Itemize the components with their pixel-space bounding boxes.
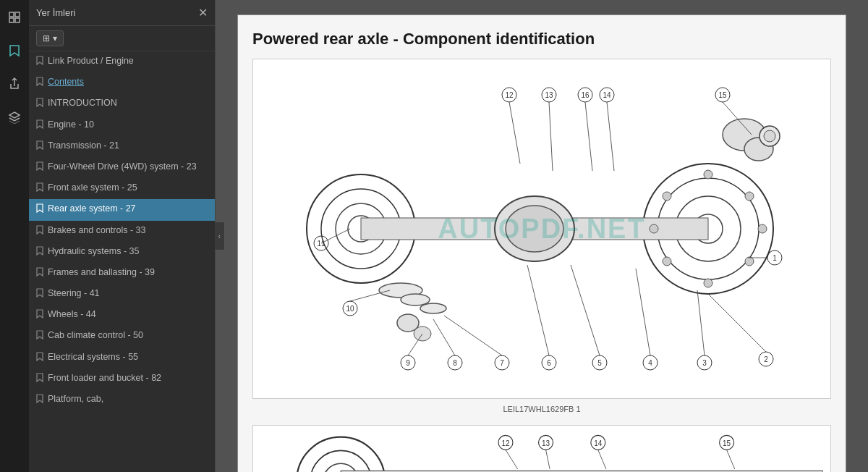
bookmark-icon bbox=[36, 119, 43, 132]
bookmark-item-0[interactable]: Link Product / Engine bbox=[29, 51, 215, 72]
bookmark-icon bbox=[36, 352, 43, 365]
bookmark-icon bbox=[36, 288, 43, 301]
svg-line-67 bbox=[549, 102, 553, 171]
bookmark-item-9[interactable]: Hydraulic systems - 35 bbox=[29, 242, 215, 263]
layers-icon-btn[interactable] bbox=[4, 107, 25, 127]
bookmark-item-2[interactable]: INTRODUCTION bbox=[29, 93, 215, 114]
svg-line-68 bbox=[585, 102, 592, 171]
view-icon: ⊞ bbox=[43, 33, 50, 43]
svg-text:6: 6 bbox=[547, 359, 551, 367]
bookmark-label: Front axle system - 25 bbox=[48, 182, 208, 195]
bookmark-item-13[interactable]: Cab climate control - 50 bbox=[29, 326, 215, 347]
view-mode-button[interactable]: ⊞ ▾ bbox=[36, 30, 64, 46]
svg-text:13: 13 bbox=[545, 91, 553, 99]
sidebar-toolbar: ⊞ ▾ bbox=[29, 26, 215, 51]
svg-point-26 bbox=[650, 224, 658, 233]
svg-text:8: 8 bbox=[453, 359, 457, 367]
bookmark-icon bbox=[36, 56, 43, 69]
svg-text:1: 1 bbox=[773, 254, 777, 262]
bookmark-icon bbox=[36, 77, 43, 90]
attachments-icon-btn[interactable] bbox=[4, 74, 25, 94]
svg-point-23 bbox=[745, 257, 754, 266]
bookmark-item-8[interactable]: Brakes and controls - 33 bbox=[29, 221, 215, 242]
bookmark-icon bbox=[36, 246, 43, 259]
bookmark-item-16[interactable]: Platform, cab, bbox=[29, 389, 215, 410]
svg-point-20 bbox=[704, 170, 712, 179]
diagram-container-2: AUTOPDF.NET 12 13 14 15 bbox=[252, 425, 831, 472]
sidebar-close-button[interactable]: ✕ bbox=[198, 6, 208, 20]
svg-text:15: 15 bbox=[718, 91, 727, 99]
bookmark-item-11[interactable]: Steering - 41 bbox=[29, 284, 215, 305]
svg-line-75 bbox=[444, 316, 502, 355]
bookmark-icon bbox=[36, 98, 43, 111]
svg-line-92 bbox=[506, 450, 518, 469]
svg-point-80 bbox=[297, 437, 385, 472]
bookmark-label: Hydraulic systems - 35 bbox=[48, 245, 208, 258]
svg-rect-1 bbox=[15, 12, 20, 17]
bookmark-item-10[interactable]: Frames and ballasting - 39 bbox=[29, 263, 215, 284]
bookmark-icon bbox=[36, 373, 43, 386]
bookmarks-icon-btn[interactable] bbox=[4, 41, 25, 61]
sidebar-title: Yer İmleri bbox=[36, 7, 75, 18]
axle-diagram-2-svg: 12 13 14 15 bbox=[260, 433, 823, 472]
bookmark-icon bbox=[36, 161, 43, 174]
svg-line-69 bbox=[607, 102, 614, 171]
svg-point-16 bbox=[401, 294, 430, 305]
bookmark-label: Four-Wheel Drive (4WD) system - 23 bbox=[48, 161, 208, 174]
bookmark-item-3[interactable]: Engine - 10 bbox=[29, 115, 215, 136]
bookmark-item-4[interactable]: Transmission - 21 bbox=[29, 136, 215, 157]
pages-icon-btn[interactable] bbox=[4, 7, 25, 28]
bookmark-label: Electrical systems - 55 bbox=[48, 351, 208, 364]
svg-text:2: 2 bbox=[764, 355, 768, 363]
bookmark-label: Brakes and controls - 33 bbox=[48, 224, 208, 237]
bookmark-icon bbox=[36, 394, 43, 407]
bookmark-item-15[interactable]: Front loader and bucket - 82 bbox=[29, 368, 215, 389]
bookmark-item-7[interactable]: Rear axle system - 27 bbox=[29, 199, 215, 220]
bookmark-icon bbox=[36, 140, 43, 153]
bookmark-label: Contents bbox=[48, 76, 208, 89]
bookmark-item-14[interactable]: Electrical systems - 55 bbox=[29, 347, 215, 368]
bookmark-list: Link Product / EngineContentsINTRODUCTIO… bbox=[29, 51, 215, 472]
sidebar-collapse-button[interactable]: ‹ bbox=[215, 222, 225, 250]
svg-point-22 bbox=[758, 224, 767, 233]
svg-line-78 bbox=[636, 269, 650, 355]
bookmark-item-1[interactable]: Contents bbox=[29, 72, 215, 93]
page-title: Powered rear axle - Component identifica… bbox=[252, 30, 831, 49]
svg-line-76 bbox=[527, 265, 549, 355]
bookmark-item-6[interactable]: Front axle system - 25 bbox=[29, 178, 215, 199]
sidebar: Yer İmleri ✕ ⊞ ▾ Link Product / EngineCo… bbox=[29, 0, 216, 472]
svg-text:5: 5 bbox=[597, 359, 602, 367]
svg-rect-2 bbox=[9, 18, 14, 22]
bookmark-label: Engine - 10 bbox=[48, 119, 208, 132]
svg-point-24 bbox=[704, 279, 712, 287]
svg-line-71 bbox=[350, 290, 390, 301]
main-content: Powered rear axle - Component identifica… bbox=[216, 0, 868, 472]
document-page: Powered rear axle - Component identifica… bbox=[237, 14, 846, 472]
bookmark-icon bbox=[36, 309, 43, 322]
bookmark-label: Transmission - 21 bbox=[48, 140, 208, 153]
svg-text:3: 3 bbox=[702, 359, 707, 367]
svg-text:4: 4 bbox=[648, 359, 652, 367]
bookmark-icon bbox=[36, 267, 43, 280]
svg-text:12: 12 bbox=[501, 439, 510, 447]
diagram-caption: LEIL17WHL1629FB 1 bbox=[252, 405, 831, 413]
svg-line-79 bbox=[697, 290, 705, 355]
bookmark-item-12[interactable]: Wheels - 44 bbox=[29, 305, 215, 326]
svg-text:15: 15 bbox=[723, 439, 731, 447]
bookmark-label: Platform, cab, bbox=[48, 393, 208, 406]
svg-point-27 bbox=[663, 192, 671, 201]
bookmark-label: Wheels - 44 bbox=[48, 308, 208, 321]
svg-text:14: 14 bbox=[603, 91, 611, 99]
svg-line-37 bbox=[708, 294, 766, 352]
bookmark-icon bbox=[36, 330, 43, 343]
view-dropdown-icon: ▾ bbox=[53, 33, 57, 43]
diagram-container-1: AUTOPDF.NET bbox=[252, 59, 831, 399]
bookmark-item-5[interactable]: Four-Wheel Drive (4WD) system - 23 bbox=[29, 157, 215, 178]
svg-point-14 bbox=[506, 206, 563, 252]
svg-text:16: 16 bbox=[581, 91, 590, 99]
svg-point-25 bbox=[663, 257, 671, 266]
svg-text:14: 14 bbox=[594, 439, 603, 447]
svg-line-74 bbox=[433, 319, 455, 355]
svg-rect-0 bbox=[9, 12, 14, 17]
svg-line-66 bbox=[509, 102, 520, 164]
